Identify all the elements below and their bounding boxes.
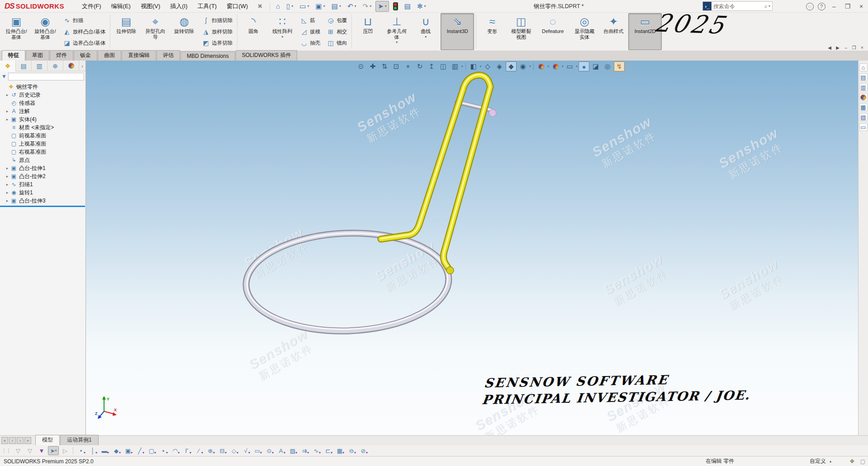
bottom-tab-运动算例1[interactable]: 运动算例1 — [60, 435, 99, 445]
mirror-button[interactable]: ◫镜向 — [324, 38, 349, 47]
menu-view[interactable]: 视图(V) — [136, 0, 165, 12]
boss-extrude1-expand-arrow[interactable]: ▸ — [5, 166, 10, 170]
filter-vertices[interactable]: •▾ — [76, 446, 86, 455]
menu-tools[interactable]: 工具(T) — [193, 0, 222, 12]
filter-dimensions[interactable]: ⊟▾ — [217, 446, 228, 455]
tree-item-sensors-folder[interactable]: ◴传感器 — [0, 99, 85, 107]
tree-root-part[interactable]: ❖钢丝零件 — [0, 83, 85, 91]
close-button[interactable]: × — [854, 1, 868, 12]
open-file-caret-icon[interactable]: ▾ — [308, 4, 309, 8]
save-caret-icon[interactable]: ▾ — [323, 4, 325, 8]
annotations-folder-expand-arrow[interactable]: ▸ — [5, 109, 10, 113]
select-cursor-button[interactable]: ➤▾ — [375, 1, 389, 12]
filter-surface-finish[interactable]: ◇▾ — [228, 446, 239, 455]
filter-hatch[interactable]: ▨▾ — [287, 446, 298, 455]
rebuild-traffic-light-button[interactable] — [391, 1, 400, 12]
tree-item-origin[interactable]: ↳原点 — [0, 156, 85, 164]
filter-faces[interactable]: ▬▾ — [99, 446, 110, 455]
lofted-boss-base-button[interactable]: ◭放样凸台/基体 — [61, 27, 108, 36]
tree-item-history-folder[interactable]: ▸↺历史记录 — [0, 91, 85, 99]
extruded-boss-base-button[interactable]: ▣拉伸凸台/基体 — [2, 13, 30, 50]
tree-item-boss-extrude3[interactable]: ▸▣凸台-拉伸3 — [0, 197, 85, 205]
tree-item-material[interactable]: ≡材质 <未指定> — [0, 123, 85, 132]
filter-invert[interactable]: ▽ — [24, 446, 35, 455]
shell-button[interactable]: ◡抽壳 — [298, 38, 323, 47]
tag-icon[interactable]: ❖ — [849, 458, 855, 465]
home-button[interactable]: ⌂ — [274, 1, 282, 11]
boundary-cut-button[interactable]: ◩边界切除 — [199, 38, 235, 47]
search-input[interactable] — [711, 3, 764, 9]
menu-edit[interactable]: 编辑(E) — [106, 0, 136, 12]
swept-cut-button[interactable]: ʃ扫描切除 — [199, 16, 235, 25]
filter-toggle[interactable]: ▼ — [36, 446, 47, 455]
status-corner-icon[interactable]: ▢ — [860, 458, 865, 465]
tab-scroll-left-button[interactable]: ◀ — [825, 44, 834, 51]
filter-solid-bodies[interactable]: ▣▾ — [123, 446, 133, 455]
filter-geometric-tolerance[interactable]: √▾ — [240, 446, 251, 455]
undo-button[interactable]: ↶▾ — [345, 1, 359, 12]
extruded-cut-button[interactable]: ▤拉伸切除 — [112, 13, 140, 50]
revolved-boss-base-button[interactable]: ◉旋转凸台/基体 — [31, 13, 59, 50]
hole-wizard-button[interactable]: ⌖异型孔向导 — [141, 13, 169, 50]
filter-midpoints[interactable]: ∕▾ — [193, 446, 204, 455]
intersect-button[interactable]: ⊞相交 — [324, 27, 349, 36]
property-manager-tab[interactable]: ▤ — [16, 61, 32, 71]
minimize-button[interactable]: – — [827, 1, 841, 12]
open-file-button[interactable]: ▭▾ — [297, 1, 311, 12]
user-account-icon[interactable]: ◌ — [804, 0, 816, 12]
tab-直接编辑[interactable]: 直接编辑 — [122, 50, 156, 61]
filter-datums[interactable]: A▾ — [275, 446, 286, 455]
select-tool[interactable]: ➤ ▾ — [48, 446, 59, 455]
boss-extrude3-expand-arrow[interactable]: ▸ — [5, 198, 10, 203]
new-file-button[interactable]: ▯▾ — [284, 1, 295, 12]
tree-item-front-plane[interactable]: ▢前视基准面 — [0, 132, 85, 140]
history-folder-expand-arrow[interactable]: ▸ — [5, 93, 10, 97]
tree-item-solid-bodies-folder[interactable]: ▸▣实体(4) — [0, 115, 85, 123]
configuration-manager-tab[interactable]: ▥ — [32, 61, 47, 71]
show-hide-bodies-button[interactable]: ◎显示隐藏实体 — [570, 13, 598, 50]
filter-dowel-pins[interactable]: ▦▾ — [334, 446, 345, 455]
filter-axes[interactable]: ╱▾ — [134, 446, 145, 455]
filter-edges[interactable]: │▾ — [87, 446, 98, 455]
tab-特征[interactable]: 特征 — [2, 50, 25, 61]
boss-extrude2-expand-arrow[interactable]: ▸ — [5, 174, 10, 179]
file-properties-button[interactable]: ▤ — [402, 1, 413, 12]
tree-filter-input[interactable] — [8, 73, 84, 80]
bottom-tab-模型[interactable]: 模型 — [35, 435, 60, 445]
tree-item-sweep1[interactable]: ▸∿扫描1 — [0, 180, 85, 188]
filter-sketches[interactable]: ◠▾ — [170, 446, 180, 455]
filter-magnified-selection[interactable]: ⊙▾ — [264, 446, 275, 455]
boundary-boss-base-button[interactable]: ◪边界凸台/基体 — [61, 38, 108, 47]
print-button[interactable]: ▤▾ — [329, 1, 343, 12]
options-gear-button[interactable]: ✻▾ — [415, 1, 428, 12]
menu-window[interactable]: 窗口(W) — [222, 0, 253, 12]
filter-surface-bodies[interactable]: ◆▾ — [111, 446, 122, 455]
doc-minimize-button[interactable]: – — [842, 44, 850, 51]
redo-button[interactable]: ↷▾ — [360, 1, 374, 12]
featuremanager-tree-tab[interactable]: ❖ — [0, 61, 16, 71]
restore-button[interactable]: ❐ — [841, 1, 854, 12]
next-tab-button[interactable]: › — [17, 437, 24, 444]
view-palette-icon[interactable]: ▦ — [859, 103, 868, 111]
model-break-view-button[interactable]: ◫模型断裂视图 — [507, 13, 535, 50]
filter-sketch-segments[interactable]: Γ▾ — [181, 446, 192, 455]
pin-icon[interactable]: ✚ — [252, 0, 267, 13]
defeature-button[interactable]: ◌Defeature — [536, 13, 569, 50]
filter-weld-symbols[interactable]: ⇉▾ — [299, 446, 310, 455]
menu-insert[interactable]: 插入(I) — [165, 0, 192, 12]
tree-item-annotations-folder[interactable]: ▸A注解 — [0, 107, 85, 115]
last-tab-button[interactable]: » — [24, 437, 31, 444]
display-manager-tab[interactable] — [63, 61, 79, 71]
tab-钣金[interactable]: 钣金 — [74, 50, 97, 61]
filter-clear-all[interactable]: ▽ — [13, 446, 24, 455]
appearances-scenes-icon[interactable] — [859, 93, 868, 101]
forum-icon[interactable]: ▭ — [859, 123, 868, 131]
lasso-select[interactable]: ▷ — [60, 446, 71, 455]
tab-评估[interactable]: 评估 — [157, 50, 180, 61]
rollback-bar[interactable] — [0, 206, 85, 207]
wrap-button[interactable]: ◶包覆 — [324, 16, 349, 25]
reference-geometry-caret-icon[interactable]: ▾ — [396, 40, 398, 44]
tree-item-right-plane[interactable]: ▢右视基准面 — [0, 148, 85, 156]
draft-button[interactable]: ◿拔模 — [298, 27, 323, 36]
menu-file[interactable]: 文件(F) — [77, 0, 106, 12]
